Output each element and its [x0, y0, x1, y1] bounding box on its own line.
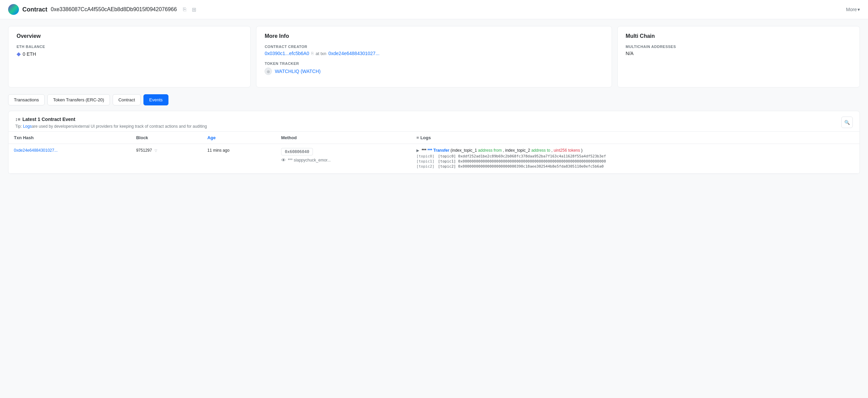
multichain-addresses-label: MULTICHAIN ADDRESSES — [626, 45, 851, 49]
more-button[interactable]: More ▾ — [846, 7, 860, 12]
col-block: Block — [131, 132, 202, 144]
tab-contract[interactable]: Contract — [113, 94, 141, 105]
tab-events[interactable]: Events — [143, 94, 168, 105]
multichain-value: N/A — [626, 51, 851, 56]
log-paren-open: (index_topic_1 — [451, 148, 478, 153]
page-header: Contract 0xe3386087CcA4f550cAEb8d8Db9015… — [0, 0, 868, 19]
slappy-text: *** slappychuck_emor... — [288, 158, 331, 163]
events-table: Txn Hash Block Age Method ≡ Logs 0xde24e… — [8, 132, 860, 174]
contract-creator-group: CONTRACT CREATOR 0x0390c1...efc5b6A0 ⎘ a… — [265, 45, 603, 56]
cards-row: Overview ETH BALANCE ◆ 0 ETH More Info C… — [0, 19, 868, 94]
logs-sort-icon: ≡ — [416, 135, 419, 140]
log-param-uint: uint256 tokens — [554, 148, 580, 153]
table-row: 0xde24e64884301027... 9751297 ▽ 11 mins … — [8, 144, 860, 174]
tabs-container: Transactions Token Transfers (ERC-20) Co… — [0, 94, 868, 105]
eth-balance-label: ETH BALANCE — [17, 45, 242, 49]
multi-chain-card-title: Multi Chain — [626, 33, 851, 39]
col-method: Method — [276, 132, 411, 144]
more-btn-container: More ▾ — [846, 7, 860, 12]
eye-row: 👁 *** slappychuck_emor... — [281, 157, 406, 163]
method-badge: 0x60806040 — [281, 148, 313, 155]
copy-address-button[interactable]: ⎘ — [182, 6, 188, 13]
txn-hash-link[interactable]: 0xde24e64884301027... — [14, 148, 58, 153]
overview-card: Overview ETH BALANCE ◆ 0 ETH — [8, 26, 251, 88]
cell-txn-hash: 0xde24e64884301027... — [8, 144, 131, 174]
log-transfer-name: *** Transfer — [428, 148, 450, 153]
search-icon: 🔍 — [844, 120, 850, 125]
search-button[interactable]: 🔍 — [841, 117, 853, 128]
cell-method: 0x60806040 👁 *** slappychuck_emor... — [276, 144, 411, 174]
page-title: Contract — [22, 6, 47, 13]
cell-age: 11 mins ago — [202, 144, 276, 174]
topic0-row: [topic0] [topic0] 0xddf252ad1be2c89b69c2… — [416, 154, 854, 158]
log-transfer-line: ▶ *** *** Transfer (index_topic_1 addres… — [416, 148, 854, 153]
token-tracker-row: ◎ WATCHLIQ (WATCH) — [265, 68, 603, 75]
eth-balance-row: ◆ 0 ETH — [17, 51, 242, 57]
col-age: Age — [202, 132, 276, 144]
chevron-right-icon: ▶ — [416, 148, 419, 152]
contract-avatar — [8, 4, 19, 15]
token-tracker-group: TOKEN TRACKER ◎ WATCHLIQ (WATCH) — [265, 61, 603, 75]
creator-address-link[interactable]: 0x0390c1...efc5b6A0 — [265, 51, 309, 56]
events-title: ↕≡ Latest 1 Contract Event — [15, 117, 207, 122]
events-header: ↕≡ Latest 1 Contract Event Tip: Logsare … — [8, 111, 860, 132]
cell-logs: ▶ *** *** Transfer (index_topic_1 addres… — [411, 144, 860, 174]
token-icon: ◎ — [265, 68, 272, 75]
tip-text: Tip: Logsare used by developers/external… — [15, 124, 207, 129]
cell-block: 9751297 ▽ — [131, 144, 202, 174]
log-stars: *** — [421, 148, 426, 153]
log-param-address-to: address to — [531, 148, 550, 153]
at-txn-label: at txn — [316, 51, 326, 56]
col-txn-hash: Txn Hash — [8, 132, 131, 144]
table-header-row: Txn Hash Block Age Method ≡ Logs — [8, 132, 860, 144]
sort-icon: ↕≡ — [15, 117, 20, 122]
eye-icon: 👁 — [281, 157, 286, 163]
multi-chain-card: Multi Chain MULTICHAIN ADDRESSES N/A — [617, 26, 860, 88]
contract-address: 0xe3386087CcA4f550cAEb8d8Db9015f09420769… — [51, 6, 177, 13]
qr-code-button[interactable]: ⊞ — [190, 6, 198, 14]
header-icons: ⎘ ⊞ — [182, 6, 198, 14]
logs-content: ▶ *** *** Transfer (index_topic_1 addres… — [416, 148, 854, 169]
contract-creator-label: CONTRACT CREATOR — [265, 45, 603, 49]
creator-copy-icon[interactable]: ⎘ — [311, 51, 314, 56]
log-param-address-from: address from — [478, 148, 502, 153]
logs-link[interactable]: Logs — [23, 124, 32, 129]
token-link[interactable]: WATCHLIQ (WATCH) — [275, 69, 320, 74]
block-triangle-icon: ▽ — [155, 149, 157, 152]
creator-row: 0x0390c1...efc5b6A0 ⎘ at txn 0xde24e6488… — [265, 51, 603, 56]
tab-token-transfers[interactable]: Token Transfers (ERC-20) — [47, 94, 110, 105]
more-info-card: More Info CONTRACT CREATOR 0x0390c1...ef… — [256, 26, 612, 88]
col-logs: ≡ Logs — [411, 132, 860, 144]
more-info-card-title: More Info — [265, 33, 603, 39]
topic2-row: [topic2] [topic2] 0x00000000000000000000… — [416, 164, 854, 169]
token-tracker-label: TOKEN TRACKER — [265, 61, 603, 66]
tab-transactions[interactable]: Transactions — [8, 94, 45, 105]
txn-address-link[interactable]: 0xde24e64884301027... — [328, 51, 380, 56]
events-panel: ↕≡ Latest 1 Contract Event Tip: Logsare … — [8, 111, 860, 174]
overview-card-title: Overview — [17, 33, 242, 39]
topic1-row: [topic1] [topic1] 0x00000000000000000000… — [416, 159, 854, 164]
eth-balance-value: 0 ETH — [23, 51, 36, 57]
eth-icon: ◆ — [17, 51, 21, 57]
